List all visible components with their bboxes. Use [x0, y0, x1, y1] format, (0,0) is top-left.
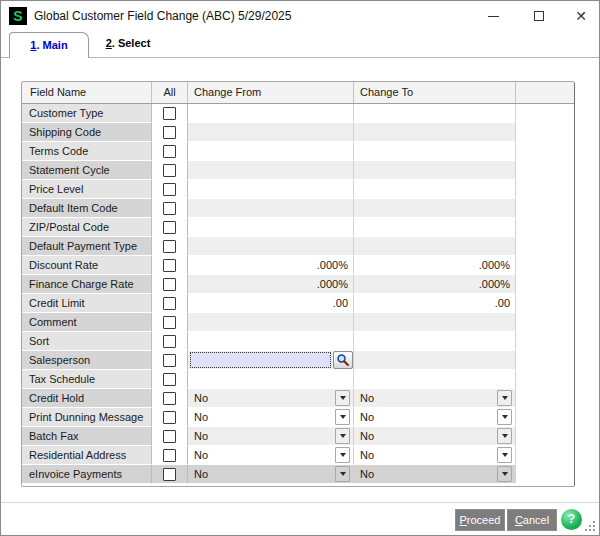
table-row-customer-type: Customer Type: [22, 104, 574, 123]
change-to-cell-customer-type[interactable]: [354, 104, 516, 123]
change-to-cell-default-item-code[interactable]: [354, 199, 516, 218]
all-checkbox-default-item-code[interactable]: [163, 202, 176, 215]
help-button[interactable]: ?: [561, 509, 582, 530]
change-from-cell-finance-charge-rate[interactable]: .000%: [188, 275, 354, 294]
all-checkbox-print-dunning-message[interactable]: [163, 411, 176, 424]
change-from-cell-price-level[interactable]: [188, 180, 354, 199]
change-to-dropdown-button-credit-hold[interactable]: [497, 390, 512, 406]
change-to-cell-terms-code[interactable]: [354, 142, 516, 161]
change-from-cell-shipping-code[interactable]: [188, 123, 354, 142]
change-from-cell-default-item-code[interactable]: [188, 199, 354, 218]
salesperson-lookup-button[interactable]: [333, 351, 353, 369]
change-to-cell-print-dunning-message[interactable]: No: [354, 408, 516, 427]
change-from-cell-sort[interactable]: [188, 332, 354, 351]
change-from-dropdown-button-batch-fax[interactable]: [335, 428, 350, 444]
all-checkbox-finance-charge-rate[interactable]: [163, 278, 176, 291]
all-checkbox-comment[interactable]: [163, 316, 176, 329]
change-to-cell-salesperson[interactable]: [354, 351, 516, 370]
filler-cell-zip-postal-code: [516, 218, 574, 237]
close-button[interactable]: ✕: [566, 1, 596, 31]
change-to-dropdown-button-print-dunning-message[interactable]: [497, 409, 512, 425]
change-to-cell-price-level[interactable]: [354, 180, 516, 199]
all-cell-statement-cycle: [152, 161, 188, 180]
all-checkbox-credit-limit[interactable]: [163, 297, 176, 310]
all-checkbox-credit-hold[interactable]: [163, 392, 176, 405]
change-from-cell-statement-cycle[interactable]: [188, 161, 354, 180]
change-from-cell-tax-schedule[interactable]: [188, 370, 354, 389]
change-to-cell-credit-limit[interactable]: .00: [354, 294, 516, 313]
change-to-cell-discount-rate[interactable]: .000%: [354, 256, 516, 275]
all-checkbox-tax-schedule[interactable]: [163, 373, 176, 386]
change-to-cell-batch-fax[interactable]: No: [354, 427, 516, 446]
all-checkbox-residential-address[interactable]: [163, 449, 176, 462]
change-to-dropdown-button-einvoice-payments[interactable]: [497, 466, 512, 482]
field-name-comment: Comment: [22, 313, 152, 332]
change-from-cell-salesperson[interactable]: [188, 351, 354, 370]
change-to-cell-credit-hold[interactable]: No: [354, 389, 516, 408]
all-cell-price-level: [152, 180, 188, 199]
all-checkbox-discount-rate[interactable]: [163, 259, 176, 272]
footer-bar: Proceed Cancel ?: [1, 502, 599, 535]
change-to-cell-comment[interactable]: [354, 313, 516, 332]
table-row-salesperson: Salesperson: [22, 351, 574, 370]
change-to-cell-einvoice-payments[interactable]: No: [354, 465, 516, 484]
maximize-icon: [534, 11, 544, 21]
all-checkbox-shipping-code[interactable]: [163, 126, 176, 139]
change-to-cell-tax-schedule[interactable]: [354, 370, 516, 389]
change-from-cell-customer-type[interactable]: [188, 104, 354, 123]
change-from-dropdown-button-credit-hold[interactable]: [335, 390, 350, 406]
change-from-cell-print-dunning-message[interactable]: No: [188, 408, 354, 427]
all-checkbox-zip-postal-code[interactable]: [163, 221, 176, 234]
change-from-cell-batch-fax[interactable]: No: [188, 427, 354, 446]
change-from-cell-credit-hold[interactable]: No: [188, 389, 354, 408]
change-to-cell-finance-charge-rate[interactable]: .000%: [354, 275, 516, 294]
all-checkbox-salesperson[interactable]: [163, 354, 176, 367]
tab-select[interactable]: 2. Select: [89, 31, 167, 57]
table-row-comment: Comment: [22, 313, 574, 332]
change-from-value-finance-charge-rate: .000%: [188, 275, 353, 293]
change-to-dropdown-button-batch-fax[interactable]: [497, 428, 512, 444]
field-name-sort: Sort: [22, 332, 152, 351]
all-cell-salesperson: [152, 351, 188, 370]
change-to-cell-default-payment-type[interactable]: [354, 237, 516, 256]
change-from-cell-comment[interactable]: [188, 313, 354, 332]
all-checkbox-einvoice-payments[interactable]: [163, 468, 176, 481]
cancel-button[interactable]: Cancel: [507, 509, 557, 531]
global-customer-field-change-window: S Global Customer Field Change (ABC) 5/2…: [0, 0, 600, 536]
resize-grip[interactable]: [585, 521, 595, 531]
change-from-cell-residential-address[interactable]: No: [188, 446, 354, 465]
change-from-cell-terms-code[interactable]: [188, 142, 354, 161]
change-to-cell-shipping-code[interactable]: [354, 123, 516, 142]
all-cell-print-dunning-message: [152, 408, 188, 427]
maximize-button[interactable]: [524, 1, 554, 31]
all-checkbox-terms-code[interactable]: [163, 145, 176, 158]
all-checkbox-default-payment-type[interactable]: [163, 240, 176, 253]
header-field-name: Field Name: [22, 82, 152, 103]
all-checkbox-customer-type[interactable]: [163, 107, 176, 120]
salesperson-change-from-input[interactable]: [190, 352, 331, 368]
all-checkbox-batch-fax[interactable]: [163, 430, 176, 443]
filler-cell-residential-address: [516, 446, 574, 465]
change-to-cell-zip-postal-code[interactable]: [354, 218, 516, 237]
change-from-dropdown-button-print-dunning-message[interactable]: [335, 409, 350, 425]
change-to-cell-residential-address[interactable]: No: [354, 446, 516, 465]
tab-main[interactable]: 1. Main: [9, 32, 89, 58]
change-from-cell-discount-rate[interactable]: .000%: [188, 256, 354, 275]
change-to-cell-statement-cycle[interactable]: [354, 161, 516, 180]
all-checkbox-price-level[interactable]: [163, 183, 176, 196]
minimize-button[interactable]: [478, 1, 508, 31]
all-checkbox-sort[interactable]: [163, 335, 176, 348]
table-row-batch-fax: Batch FaxNoNo: [22, 427, 574, 446]
chevron-down-icon: [340, 453, 346, 457]
change-to-cell-sort[interactable]: [354, 332, 516, 351]
change-from-dropdown-button-einvoice-payments[interactable]: [335, 466, 350, 482]
all-checkbox-statement-cycle[interactable]: [163, 164, 176, 177]
tab-strip: 1. Main 2. Select: [1, 31, 599, 58]
change-from-cell-zip-postal-code[interactable]: [188, 218, 354, 237]
change-to-dropdown-button-residential-address[interactable]: [497, 447, 512, 463]
change-from-dropdown-button-residential-address[interactable]: [335, 447, 350, 463]
change-from-cell-credit-limit[interactable]: .00: [188, 294, 354, 313]
proceed-button[interactable]: Proceed: [455, 509, 505, 531]
change-from-cell-einvoice-payments[interactable]: No: [188, 465, 354, 484]
change-from-cell-default-payment-type[interactable]: [188, 237, 354, 256]
